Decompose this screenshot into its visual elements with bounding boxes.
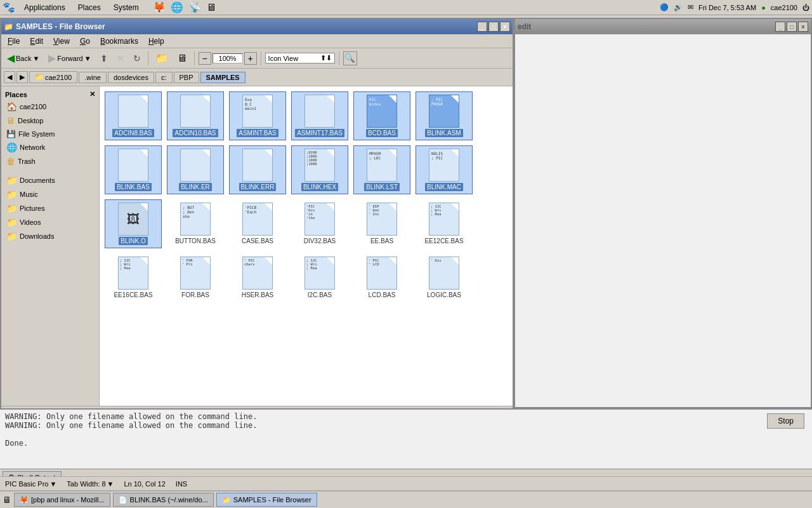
file-name: FOR.BAS	[181, 291, 209, 298]
breadcrumb-pbp[interactable]: PBP	[174, 72, 199, 83]
menu-system[interactable]: System	[110, 2, 143, 13]
breadcrumb-wine[interactable]: .wine	[79, 72, 107, 83]
breadcrumb-next[interactable]: ▶	[16, 71, 28, 83]
file-item-adcin10[interactable]: ADCIN10.BAS	[167, 91, 224, 140]
stop-button[interactable]: Stop	[767, 413, 804, 429]
breadcrumb-c[interactable]: c:	[155, 72, 173, 83]
sidebar-item-documents[interactable]: 📁 Documents	[4, 173, 96, 187]
file-item-ee[interactable]: ' EEP' Den' Ini EE.BAS	[353, 199, 410, 248]
file-item-for[interactable]: ' FOR' Pri FOR.BAS	[167, 253, 224, 302]
file-label: ADCIN10.BAS	[173, 129, 218, 137]
file-item-logic[interactable]: ' Dis LOGIC.BAS	[416, 253, 473, 302]
toolbar-separator-2	[194, 51, 195, 65]
minimize-button[interactable]: _	[477, 22, 487, 32]
menu-file[interactable]: File	[4, 36, 23, 47]
sidebar-item-desktop[interactable]: 🖥 Desktop	[4, 114, 96, 128]
forward-dropdown-icon[interactable]: ▼	[84, 55, 91, 62]
file-icon: PICbinou	[367, 95, 397, 128]
close-button[interactable]: ×	[500, 22, 510, 32]
sidebar-close-icon[interactable]: ✕	[89, 90, 95, 98]
window-title: SAMPLES - File Browser	[16, 22, 105, 31]
shell-line-3	[5, 430, 807, 439]
desktop-icon: 🖥	[6, 116, 15, 126]
file-item-i2c[interactable]: ; I2C; Wri; Rea I2C.BAS	[291, 253, 348, 302]
file-label: BLINK.HEX	[301, 183, 338, 191]
filebrowser-task-icon: 📁	[222, 496, 231, 504]
back-dropdown-icon[interactable]: ▼	[32, 55, 39, 62]
breadcrumb-cae2100[interactable]: 📁 cae2100	[29, 71, 77, 83]
file-item-adcin8[interactable]: ADCIN8.BAS	[105, 91, 162, 140]
file-item-blink-hex[interactable]: ;0200;1000;1000;1000 BLINK.HEX	[291, 145, 348, 194]
email-icon: ✉	[688, 3, 693, 11]
menu-bookmarks[interactable]: Bookmarks	[96, 36, 142, 47]
file-item-blink-bas[interactable]: BLINK.BAS	[105, 145, 162, 194]
file-name: LCD.BAS	[369, 291, 396, 298]
browser-task-icon: 🦊	[20, 496, 29, 504]
file-item-div32[interactable]: 'PIC'Div'in'the DIV32.BAS	[291, 199, 348, 248]
file-item-hser[interactable]: ' PICcharv HSER.BAS	[229, 253, 286, 302]
file-item-blink-er[interactable]: BLINK.ER	[167, 145, 224, 194]
menu-places[interactable]: Places	[74, 2, 105, 13]
breadcrumb-prev[interactable]: ◀	[4, 71, 15, 83]
editor-minimize[interactable]: _	[775, 22, 785, 32]
menu-edit[interactable]: Edit	[26, 36, 47, 47]
taskbar-item-editor[interactable]: 📄 BLINK.BAS (~/.wine/do...	[113, 493, 214, 507]
taskbar-item-filebrowser[interactable]: 📁 SAMPLES - File Browser	[216, 493, 317, 507]
file-icon: ; I2C; Wri; Rea	[118, 257, 148, 290]
sidebar-item-videos[interactable]: 📁 Videos	[4, 215, 96, 229]
computer-button[interactable]: 🖥	[174, 51, 190, 66]
back-button[interactable]: ◀ Back ▼	[4, 50, 43, 66]
documents-icon: 📁	[6, 175, 17, 185]
file-item-ee16ce[interactable]: ; I2C; Wri; Rea EE16CE.BAS	[105, 253, 162, 302]
file-item-asmint[interactable]: Exa@_Cmain1 ASMINT.BAS	[229, 91, 286, 140]
sidebar-item-music[interactable]: 📁 Music	[4, 187, 96, 201]
file-item-blink-err[interactable]: BLINK.ERR	[229, 145, 286, 194]
up-button[interactable]: ⬆	[97, 51, 111, 65]
maximize-button[interactable]: □	[488, 22, 499, 32]
file-item-asmint17[interactable]: ASMINT17.BAS	[291, 91, 348, 140]
file-item-blink-mac[interactable]: NOLIS; PIC BLINK.MAC	[416, 145, 473, 194]
sidebar-item-cae2100[interactable]: 🏠 cae2100	[4, 100, 96, 114]
file-item-button[interactable]: ; BUT; Densho BUTTON.BAS	[167, 199, 224, 248]
sidebar-item-downloads[interactable]: 📁 Downloads	[4, 229, 96, 243]
language-selector[interactable]: PIC Basic Pro ▼	[5, 480, 56, 488]
breadcrumb-samples[interactable]: SAMPLES	[200, 72, 246, 83]
sidebar-item-filesystem[interactable]: 💾 File System	[4, 128, 96, 140]
view-mode-select[interactable]: Icon View ⬆⬇	[265, 53, 335, 64]
file-icon: ' PIC' LCD	[367, 257, 397, 290]
top-menubar: 🐾 Applications Places System 🦊 🌐 📡 🖥 🔵 🔊…	[0, 0, 812, 15]
sidebar-item-pictures[interactable]: 📁 Pictures	[4, 201, 96, 215]
file-name: LOGIC.BAS	[427, 291, 461, 298]
file-item-ee12ce[interactable]: ; I2C; Wri; Rea EE12CE.BAS	[416, 199, 473, 248]
menu-go[interactable]: Go	[76, 36, 94, 47]
pictures-icon: 📁	[6, 203, 17, 213]
file-item-bcd[interactable]: PICbinou BCD.BAS	[353, 91, 410, 140]
file-icon: Exa@_Cmain1	[242, 95, 273, 128]
menu-applications[interactable]: Applications	[20, 2, 69, 13]
menu-help[interactable]: Help	[145, 36, 168, 47]
file-item-blink-o[interactable]: 🖼 BLINK.O	[105, 199, 162, 248]
breadcrumb-dosdevices[interactable]: dosdevices	[108, 72, 154, 83]
menu-view[interactable]: View	[49, 36, 74, 47]
forward-button[interactable]: ▶ Forward ▼	[45, 50, 94, 66]
taskbar-item-browser[interactable]: 🦊 [pbp and linux - Mozill...	[14, 493, 110, 507]
home-folder-button[interactable]: 📁	[152, 50, 171, 66]
file-item-lcd[interactable]: ' PIC' LCD LCD.BAS	[353, 253, 410, 302]
file-item-blink-lst[interactable]: MPASM; LOC BLINK.LST	[353, 145, 410, 194]
zoom-out-button[interactable]: −	[199, 52, 211, 65]
search-button[interactable]: 🔍	[343, 51, 357, 65]
volume-icon: 🔊	[674, 3, 683, 11]
sidebar-item-network[interactable]: 🌐 Network	[4, 140, 96, 154]
stop-button[interactable]: ✕	[114, 51, 128, 65]
file-item-case[interactable]: 'PICB'Each CASE.BAS	[229, 199, 286, 248]
file-grid[interactable]: ADCIN8.BAS ADCIN10.BAS Exa@_Cmain1 ASMIN…	[100, 86, 513, 406]
file-item-blink-asm[interactable]: ; PICPROGR BLINK.ASM	[416, 91, 473, 140]
bottom-statusbar: PIC Basic Pro ▼ Tab Width: 8 ▼ Ln 10, Co…	[0, 476, 812, 490]
search-icon: 🔍	[344, 53, 355, 63]
sidebar-item-trash[interactable]: 🗑 Trash	[4, 154, 96, 168]
tab-width-selector[interactable]: Tab Width: 8 ▼	[67, 480, 114, 488]
editor-close[interactable]: ×	[798, 22, 808, 32]
zoom-in-button[interactable]: +	[244, 52, 257, 65]
editor-maximize[interactable]: □	[787, 22, 797, 32]
reload-button[interactable]: ↻	[130, 51, 144, 65]
